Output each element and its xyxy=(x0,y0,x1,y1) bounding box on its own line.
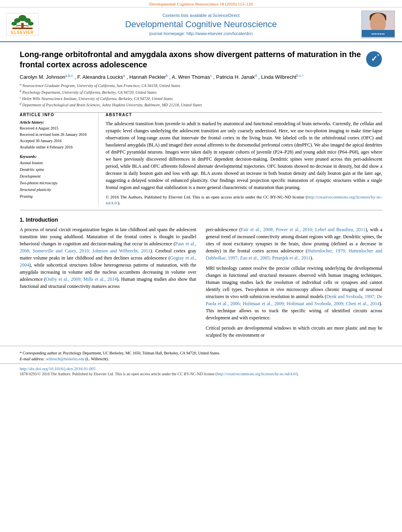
abstract-heading: ABSTRACT xyxy=(106,113,382,117)
footnote-email[interactable]: wilbrecht@berkeley.edu xyxy=(46,357,84,361)
crossmark-icon: ✓ ✕ xyxy=(366,51,382,67)
abstract-paragraph: The adolescent transition from juvenile … xyxy=(106,120,382,191)
sciencedirect-link[interactable]: ScienceDirect xyxy=(213,13,240,18)
date-accepted: Accepted 30 January 2016 xyxy=(20,138,91,144)
affiliation-a: a Neuroscience Graduate Program, Univers… xyxy=(20,82,382,89)
journal-thumbnail: ●●●●●●●● xyxy=(361,11,395,38)
keyword-4: Two-photon microscopy xyxy=(20,180,91,186)
header-right: ●●●●●●●● xyxy=(360,11,396,38)
two-col-info-abstract: ARTICLE INFO Article history: Received 4… xyxy=(0,113,402,206)
svg-text:✓: ✓ xyxy=(371,54,378,63)
keyword-5: Structural plasticity xyxy=(20,186,91,193)
abstract-license: © 2016 The Authors. Published by Elsevie… xyxy=(106,194,382,206)
footnote-star: * xyxy=(20,351,23,355)
copyright-line: 1878-9293/© 2016 The Authors. Published … xyxy=(20,372,382,376)
keyword-2: Dendritic spine xyxy=(20,166,91,173)
intro-para-2: peri-adolescence (Fair et al., 2008; Pow… xyxy=(206,226,382,261)
article-info-heading: ARTICLE INFO xyxy=(20,113,91,117)
abstract-col: ABSTRACT The adolescent transition from … xyxy=(99,113,382,206)
affiliation-d: d Department of Psychological and Brain … xyxy=(20,102,382,108)
intro-col-left: A process of neural circuit reorganizati… xyxy=(20,226,196,342)
footnote-email-label: E-mail address: xyxy=(20,357,46,361)
journal-citation: Developmental Cognitive Neuroscience 18 … xyxy=(149,2,253,6)
article-dates: Received 4 August 2015 Received in revis… xyxy=(20,125,91,150)
thumbnail-bar: ●●●●●●●● xyxy=(362,30,395,37)
journal-url[interactable]: http://www.elsevier.com/locate/dcn xyxy=(186,31,253,36)
keyword-6: Pruning xyxy=(20,193,91,200)
affiliation-c: c Helen Wills Neuroscience Institute, Un… xyxy=(20,95,382,102)
bottom-license-url[interactable]: http://creativecommons.org/licenses/by-n… xyxy=(217,372,296,376)
doi-link[interactable]: http://dx.doi.org/10.1016/j.dcn.2016.01.… xyxy=(20,366,96,371)
article-info-col: ARTICLE INFO Article history: Received 4… xyxy=(20,113,99,206)
article-title-section: Long-range orbitofrontal and amygdala ax… xyxy=(0,42,402,112)
svg-point-3 xyxy=(11,22,17,26)
keywords-label: Keywords: xyxy=(20,154,91,159)
date-revised: Received in revised form 26 January 2016 xyxy=(20,132,91,138)
svg-text:✕: ✕ xyxy=(377,53,380,57)
intro-para-1: A process of neural circuit reorganizati… xyxy=(20,226,196,290)
article-title-row: Long-range orbitofrontal and amygdala ax… xyxy=(20,49,382,70)
footnote-section: * Corresponding author at: Psychology De… xyxy=(0,346,402,363)
journal-title: Developmental Cognitive Neuroscience xyxy=(125,19,277,30)
elsevier-logo: ELSEVIER xyxy=(6,13,39,36)
intro-para-3: MRI technology cannot resolve the precis… xyxy=(206,265,382,321)
intro-body: A process of neural circuit reorganizati… xyxy=(20,226,382,342)
date-received: Received 4 August 2015 xyxy=(20,125,91,132)
header-section: ELSEVIER Contents lists available at Sci… xyxy=(0,7,402,42)
bottom-bar: http://dx.doi.org/10.1016/j.dcn.2016.01.… xyxy=(0,363,402,378)
journal-homepage: journal homepage: http://www.elsevier.co… xyxy=(149,31,253,36)
article-history-label: Article history: xyxy=(20,120,91,124)
article-title: Long-range orbitofrontal and amygdala ax… xyxy=(20,49,362,70)
page: Developmental Cognitive Neuroscience 18 … xyxy=(0,0,402,532)
elsevier-name-label: ELSEVIER xyxy=(11,30,34,35)
header-center: Contents lists available at ScienceDirec… xyxy=(46,11,356,38)
keyword-3: Development xyxy=(20,173,91,180)
doi-line: http://dx.doi.org/10.1016/j.dcn.2016.01.… xyxy=(20,366,382,371)
svg-rect-8 xyxy=(12,28,33,29)
intro-para-4: Critical periods are developmental windo… xyxy=(206,324,382,339)
date-online: Available online 4 February 2016 xyxy=(20,144,91,150)
svg-point-4 xyxy=(28,22,34,26)
footnote-email-paren: (L. Wilbrecht). xyxy=(85,357,109,361)
contents-line: Contents lists available at ScienceDirec… xyxy=(162,13,240,18)
intro-col-right: peri-adolescence (Fair et al., 2008; Pow… xyxy=(206,226,382,342)
intro-section: 1. Introduction A process of neural circ… xyxy=(0,210,402,346)
affiliations: a Neuroscience Graduate Program, Univers… xyxy=(20,82,382,108)
journal-topbar: Developmental Cognitive Neuroscience 18 … xyxy=(0,0,402,7)
affiliation-b: b Psychology Department, University of C… xyxy=(20,89,382,95)
elsevier-tree-icon xyxy=(10,14,35,30)
keywords-list: Axonal bouton Dendritic spine Developmen… xyxy=(20,159,91,200)
article-history-group: Article history: Received 4 August 2015 … xyxy=(20,120,91,150)
authors-line: Carolyn M. Johnsona,b,c , F. Alexandra L… xyxy=(20,74,382,80)
abstract-text: The adolescent transition from juvenile … xyxy=(106,120,382,206)
keywords-group: Keywords: Axonal bouton Dendritic spine … xyxy=(20,154,91,200)
intro-title: 1. Introduction xyxy=(20,217,382,223)
header-left: ELSEVIER xyxy=(6,11,42,38)
footnote-text: Corresponding author at: Psychology Depa… xyxy=(23,351,220,355)
keyword-1: Axonal bouton xyxy=(20,159,91,166)
